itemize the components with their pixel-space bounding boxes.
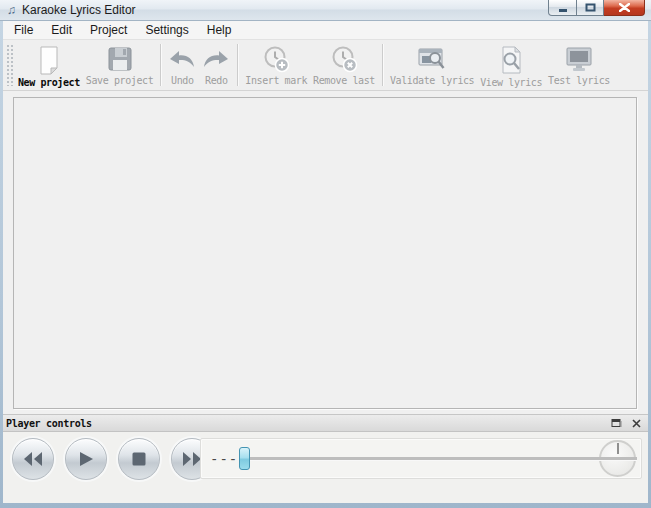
app-window: ♫ Karaoke Lyrics Editor File Edit Projec… <box>0 0 651 508</box>
window-title: Karaoke Lyrics Editor <box>22 3 136 17</box>
window-controls <box>548 0 645 16</box>
save-project-button[interactable]: Save project <box>83 40 156 90</box>
menu-settings[interactable]: Settings <box>136 21 197 39</box>
seek-slider-track[interactable] <box>245 457 637 460</box>
seek-panel: --- <box>200 438 642 479</box>
menu-help[interactable]: Help <box>198 21 241 39</box>
toolbar-separator <box>160 44 161 86</box>
toolbar-drag-handle[interactable] <box>6 44 13 86</box>
new-project-button[interactable]: New project <box>15 40 83 90</box>
time-display: --- <box>210 451 238 467</box>
redo-button[interactable]: Redo <box>199 40 233 90</box>
toolbar-label: Undo <box>171 75 193 86</box>
menu-edit[interactable]: Edit <box>42 21 81 39</box>
transport-buttons <box>12 438 213 480</box>
redo-icon <box>202 45 230 73</box>
toolbar-label: Remove last <box>313 75 375 86</box>
undo-icon <box>168 45 196 73</box>
player-dock-title: Player controls <box>6 418 92 429</box>
toolbar-label: Validate lyrics <box>390 75 474 86</box>
seek-slider-handle[interactable] <box>239 447 250 470</box>
play-button[interactable] <box>65 438 107 480</box>
dock-close-icon[interactable] <box>630 417 643 429</box>
app-music-note-icon: ♫ <box>7 4 16 16</box>
save-project-icon <box>107 45 133 73</box>
menu-project[interactable]: Project <box>81 21 136 39</box>
app-client-area: File Edit Project Settings Help New proj… <box>3 21 648 503</box>
maximize-button[interactable] <box>577 0 604 16</box>
insert-mark-button[interactable]: Insert mark <box>242 40 310 90</box>
menu-bar: File Edit Project Settings Help <box>3 21 648 40</box>
toolbar-label: View lyrics <box>480 77 542 88</box>
dock-float-button[interactable] <box>610 417 623 429</box>
toolbar-label: Save project <box>86 75 153 86</box>
view-lyrics-button[interactable]: View lyrics <box>477 40 545 90</box>
player-dock-titlebar: Player controls <box>3 414 648 432</box>
validate-lyrics-icon <box>417 45 447 73</box>
toolbar-separator <box>382 44 383 86</box>
main-toolbar: New project Save project <box>3 40 648 91</box>
menu-file[interactable]: File <box>5 21 42 39</box>
validate-lyrics-button[interactable]: Validate lyrics <box>387 40 477 90</box>
toolbar-label: Redo <box>205 75 227 86</box>
close-button[interactable] <box>604 0 645 16</box>
toolbar-label: Test lyrics <box>548 75 610 86</box>
toolbar-label: New project <box>18 77 80 88</box>
player-controls-panel: --- <box>3 432 648 503</box>
toolbar-label: Insert mark <box>245 75 307 86</box>
title-bar: ♫ Karaoke Lyrics Editor <box>0 0 651 21</box>
remove-last-button[interactable]: Remove last <box>310 40 378 90</box>
stop-button[interactable] <box>118 438 160 480</box>
minimize-button[interactable] <box>548 0 577 16</box>
lyrics-editor-area[interactable] <box>13 97 637 409</box>
test-lyrics-icon <box>564 45 594 73</box>
view-lyrics-icon <box>497 45 525 75</box>
rewind-button[interactable] <box>12 438 54 480</box>
remove-last-icon <box>330 45 358 73</box>
toolbar-separator <box>237 44 238 86</box>
insert-mark-icon <box>262 45 290 73</box>
undo-button[interactable]: Undo <box>165 40 199 90</box>
new-project-icon <box>35 45 63 75</box>
test-lyrics-button[interactable]: Test lyrics <box>545 40 613 90</box>
dock-buttons <box>610 417 643 429</box>
